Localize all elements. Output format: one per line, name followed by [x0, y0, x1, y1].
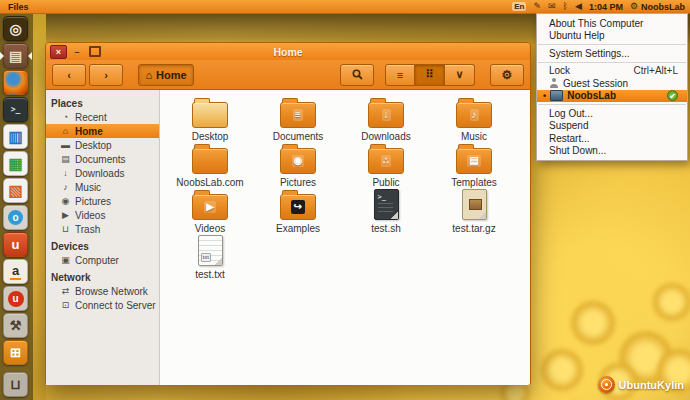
view-options-chevron-button[interactable]: ∨ [445, 64, 475, 86]
file-manager-window: × – Home ‹ › ⌂ Home ≡ ⠿ ∨ ⚙ [45, 42, 531, 385]
list-view-button[interactable]: ≡ [385, 64, 415, 86]
focused-indicator-icon [28, 52, 32, 60]
file-item-test-sh[interactable]: >_ test.sh [342, 188, 430, 234]
menu-item-system-settings[interactable]: System Settings... [537, 47, 687, 60]
launcher-item-amazon[interactable]: a [3, 259, 30, 284]
sidebar-item-connect-to-server[interactable]: ⊡ Connect to Server [46, 298, 159, 312]
file-item-test-txt[interactable]: txt test.txt [166, 234, 254, 280]
launcher-item-libreoffice-impress[interactable]: ▧ [3, 178, 30, 203]
sidebar-item-videos[interactable]: ▶ Videos [46, 208, 159, 222]
launcher-item-files[interactable]: ▤ [3, 43, 30, 68]
launcher-item-system-settings[interactable]: ⚒ [3, 313, 30, 338]
messages-icon[interactable]: ✉ [548, 0, 556, 13]
file-icon: ▶ [192, 194, 228, 220]
forward-button[interactable]: › [89, 64, 123, 86]
file-item-examples[interactable]: ↪ Examples [254, 188, 342, 234]
launcher-item-terminal[interactable]: >_ [3, 97, 30, 122]
settings-gear-button[interactable]: ⚙ [490, 64, 524, 86]
file-item-pictures[interactable]: ◉ Pictures [254, 142, 342, 188]
file-icon: txt [198, 235, 223, 266]
file-label: Downloads [361, 131, 410, 142]
gear-icon: ⚙ [630, 0, 638, 13]
grid-view-button[interactable]: ⠿ [415, 64, 445, 86]
back-button[interactable]: ‹ [52, 64, 86, 86]
menu-item-about-this-computer[interactable]: About This Computer [537, 17, 687, 30]
sidebar-item-home[interactable]: ⌂ Home [46, 124, 159, 138]
sidebar-item-trash[interactable]: ⊔ Trash [46, 222, 159, 236]
file-label: Pictures [280, 177, 316, 188]
launcher-item-ubuntu-app[interactable]: u [3, 286, 30, 311]
launcher-item-software-center[interactable]: u [3, 232, 30, 257]
launcher-item-libreoffice-calc[interactable]: ▦ [3, 151, 30, 176]
menu-item-label: Restart... [549, 133, 590, 144]
file-item-templates[interactable]: ▤ Templates [430, 142, 518, 188]
check-icon: ✔ [667, 90, 678, 101]
menu-item-label: About This Computer [549, 18, 643, 29]
file-item-noobslab-com[interactable]: NoobsLab.com [166, 142, 254, 188]
launcher-item-workspace-switcher[interactable]: ⊞ [3, 340, 30, 365]
menu-item-label: Shut Down... [549, 145, 606, 156]
menu-item-noobslab[interactable]: • NoobsLab ✔ [537, 90, 687, 103]
sidebar-item-label: Devices [51, 241, 89, 252]
wallpaper-flower [652, 282, 690, 322]
sidebar-item-pictures[interactable]: ◉ Pictures [46, 194, 159, 208]
search-button[interactable] [340, 64, 374, 86]
menu-item-log-out[interactable]: Log Out... [537, 107, 687, 120]
file-item-videos[interactable]: ▶ Videos [166, 188, 254, 234]
launcher-item-dash[interactable]: ◎ [3, 16, 30, 41]
breadcrumb-home-button[interactable]: ⌂ Home [138, 64, 194, 86]
file-label: test.sh [371, 223, 400, 234]
sidebar-item-recent[interactable]: ◔ Recent [46, 110, 159, 124]
menu-item-guest-session[interactable]: Guest Session [537, 77, 687, 90]
file-item-music[interactable]: ♪ Music [430, 96, 518, 142]
file-item-test-tar-gz[interactable]: test.tar.gz [430, 188, 518, 234]
sound-icon[interactable]: ◀ [575, 0, 582, 13]
sidebar-item-label: Documents [75, 154, 126, 165]
file-label: Templates [451, 177, 497, 188]
launcher-tile-icon: ▦ [3, 151, 28, 176]
folder-emblem-icon: ↓ [382, 109, 391, 121]
sidebar-item-label: Places [51, 98, 83, 109]
folder-emblem-icon: ▶ [204, 201, 216, 213]
input-method-icon[interactable]: ✎ [533, 0, 541, 13]
sidebar-item-icon: ⌂ [60, 126, 71, 136]
sidebar-item-documents[interactable]: ▤ Documents [46, 152, 159, 166]
menu-item-restart[interactable]: Restart... [537, 132, 687, 145]
bluetooth-icon[interactable]: ᛒ [563, 0, 568, 13]
folder-emblem-icon: ◉ [292, 155, 305, 167]
sidebar-item-label: Videos [75, 210, 105, 221]
file-icon: ∴ [368, 148, 404, 174]
sidebar-item-label: Connect to Server [75, 300, 156, 311]
file-item-public[interactable]: ∴ Public [342, 142, 430, 188]
sidebar-item-downloads[interactable]: ↓ Downloads [46, 166, 159, 180]
sidebar-item-icon: ⇄ [60, 286, 71, 296]
file-item-desktop[interactable]: Desktop [166, 96, 254, 142]
wallpaper-flower [540, 348, 584, 392]
launcher-item-ubuntu-one[interactable]: o [3, 205, 30, 230]
sidebar-header-devices: Devices [46, 239, 159, 253]
sidebar-item-desktop[interactable]: ▬ Desktop [46, 138, 159, 152]
launcher-tile-icon: >_ [3, 97, 28, 122]
keyboard-layout-indicator[interactable]: En [512, 2, 526, 11]
clock-indicator[interactable]: 1:04 PM [589, 2, 623, 12]
file-item-documents[interactable]: ≡ Documents [254, 96, 342, 142]
menu-item-shut-down[interactable]: Shut Down... [537, 145, 687, 158]
launcher-item-firefox[interactable] [3, 70, 30, 95]
launcher-item-trash[interactable]: ⊔ [3, 372, 30, 397]
file-item-downloads[interactable]: ↓ Downloads [342, 96, 430, 142]
menu-item-label: Lock [549, 65, 570, 76]
sidebar-item-music[interactable]: ♪ Music [46, 180, 159, 194]
sidebar-item-computer[interactable]: ▣ Computer [46, 253, 159, 267]
sidebar-item-label: Computer [75, 255, 119, 266]
launcher-item-libreoffice-writer[interactable]: ▥ [3, 124, 30, 149]
menu-item-lock[interactable]: Lock Ctrl+Alt+L [537, 65, 687, 78]
session-menu-indicator[interactable]: ⚙ NoobsLab [630, 0, 685, 13]
window-titlebar[interactable]: × – Home [46, 43, 530, 60]
sidebar-item-label: Downloads [75, 168, 124, 179]
menu-item-ubuntu-help[interactable]: Ubuntu Help [537, 30, 687, 43]
sidebar-item-browse-network[interactable]: ⇄ Browse Network [46, 284, 159, 298]
file-icon: >_ [374, 189, 399, 220]
menu-item-suspend[interactable]: Suspend [537, 120, 687, 133]
app-menu-files[interactable]: Files [8, 2, 29, 12]
launcher-tile-icon: ▥ [3, 124, 28, 149]
